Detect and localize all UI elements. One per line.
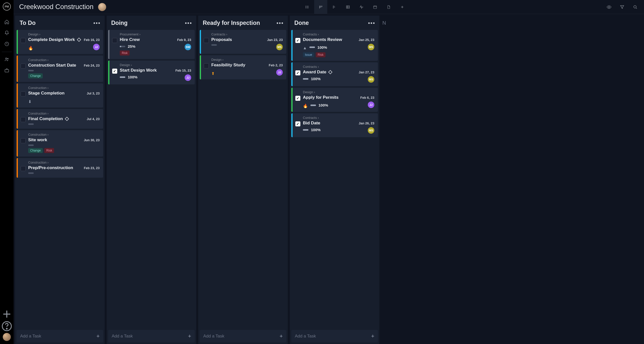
- column-menu-icon[interactable]: •••: [276, 20, 284, 26]
- task-category[interactable]: Construction: [28, 133, 83, 136]
- task-checkbox[interactable]: [21, 117, 26, 122]
- progress-bar: [28, 172, 34, 174]
- view-list-icon[interactable]: [301, 0, 314, 14]
- nav-add-icon[interactable]: [1, 309, 13, 319]
- task-category[interactable]: Design: [120, 63, 175, 67]
- task-card[interactable]: Procurement Hire Crew 25% Risk Feb 9, 23…: [108, 30, 195, 59]
- column-menu-icon[interactable]: •••: [185, 20, 192, 26]
- task-checkbox[interactable]: [21, 138, 26, 143]
- task-card[interactable]: Contracts Bid Date 100% Jan 26, 23 MS: [291, 113, 378, 137]
- task-category[interactable]: Contracts: [303, 65, 358, 69]
- task-category[interactable]: Contracts: [303, 32, 358, 36]
- view-add-icon[interactable]: [396, 0, 409, 14]
- task-category[interactable]: Construction: [28, 58, 83, 62]
- user-avatar[interactable]: [3, 333, 11, 341]
- task-date: Jun 30, 23: [84, 138, 100, 142]
- add-task-input[interactable]: Add a Task +: [108, 330, 195, 342]
- task-checkbox[interactable]: [295, 96, 300, 101]
- tag-issue[interactable]: Issue: [303, 52, 314, 57]
- task-card[interactable]: Contracts Proposals Jan 23, 23 MS: [200, 30, 286, 54]
- task-card[interactable]: Design Apply for Permits 🔥 100% Feb 6, 2…: [291, 88, 378, 112]
- search-icon[interactable]: [629, 0, 641, 14]
- view-board-icon[interactable]: [314, 0, 327, 14]
- assignee-avatar[interactable]: JJ: [185, 74, 191, 81]
- assignee-avatar[interactable]: SW: [185, 44, 191, 50]
- task-card[interactable]: Construction Prep/Pre-construction Feb 2…: [17, 158, 103, 178]
- task-card[interactable]: Contracts Award Date 100% Jan 27, 23 MS: [291, 62, 378, 86]
- assignee-avatar[interactable]: JJ: [368, 102, 374, 108]
- add-task-input[interactable]: Add a Task +: [17, 330, 103, 342]
- task-checkbox[interactable]: [295, 70, 300, 75]
- task-category[interactable]: Design: [211, 58, 266, 62]
- task-checkbox[interactable]: [295, 121, 300, 126]
- task-category[interactable]: Contracts: [211, 32, 266, 36]
- nav-bell-icon[interactable]: [1, 28, 13, 38]
- task-category[interactable]: Design: [303, 90, 358, 94]
- column-menu-icon[interactable]: •••: [368, 20, 375, 26]
- plus-icon[interactable]: +: [188, 333, 191, 339]
- assignee-avatar[interactable]: MS: [368, 127, 374, 134]
- project-title[interactable]: Creekwood Construction: [19, 3, 94, 11]
- task-checkbox[interactable]: [295, 38, 300, 43]
- add-task-input[interactable]: Add a Task +: [200, 330, 286, 342]
- tag-risk[interactable]: Risk: [120, 51, 130, 56]
- task-checkbox[interactable]: [204, 63, 209, 68]
- task-checkbox[interactable]: [21, 166, 26, 171]
- nav-people-icon[interactable]: [1, 54, 13, 65]
- task-category[interactable]: Construction: [28, 86, 83, 90]
- assignee-avatar[interactable]: JJ: [276, 69, 283, 76]
- task-checkbox[interactable]: [112, 69, 117, 74]
- view-calendar-icon[interactable]: [369, 0, 382, 14]
- task-card[interactable]: Construction Site work ChangeRisk Jun 30…: [17, 130, 103, 157]
- assignee-avatar[interactable]: MS: [368, 76, 374, 83]
- assignee-avatar[interactable]: JJ: [93, 44, 100, 50]
- view-activity-icon[interactable]: [355, 0, 368, 14]
- task-checkbox[interactable]: [21, 91, 26, 96]
- assignee-avatar[interactable]: MS: [276, 44, 283, 50]
- visibility-icon[interactable]: [603, 0, 615, 14]
- tag-risk[interactable]: Risk: [44, 148, 54, 153]
- task-card[interactable]: Contracts Documents Review ▲ 100% IssueR…: [291, 30, 378, 61]
- card-stripe: [17, 30, 18, 54]
- view-gantt-icon[interactable]: [328, 0, 341, 14]
- view-files-icon[interactable]: [382, 0, 395, 14]
- task-category[interactable]: Construction: [28, 161, 83, 164]
- add-task-label: Add a Task: [20, 334, 41, 339]
- column-cards: Design Complete Design Work 🔥 Feb 16, 23…: [15, 30, 105, 330]
- progress-row: [28, 123, 83, 125]
- nav-home-icon[interactable]: [1, 17, 13, 27]
- board-column: Ready for Inspection ••• Contracts Propo…: [198, 16, 288, 344]
- nav-briefcase-icon[interactable]: [1, 65, 13, 76]
- project-avatar[interactable]: [98, 3, 106, 11]
- task-checkbox[interactable]: [112, 38, 117, 43]
- tag-change[interactable]: Change: [28, 148, 43, 153]
- plus-icon[interactable]: +: [371, 333, 374, 339]
- task-card[interactable]: Design Complete Design Work 🔥 Feb 16, 23…: [17, 30, 103, 54]
- task-category[interactable]: Contracts: [303, 116, 358, 120]
- task-card[interactable]: Design Start Design Work 100% Feb 15, 23…: [108, 61, 195, 84]
- nav-help-icon[interactable]: [1, 321, 13, 331]
- task-category[interactable]: Design: [28, 32, 83, 36]
- task-card[interactable]: Design Feasibility Study ⬆ Feb 2, 23 JJ: [200, 55, 286, 79]
- tag-risk[interactable]: Risk: [316, 52, 326, 57]
- view-sheet-icon[interactable]: [341, 0, 354, 14]
- filter-icon[interactable]: [616, 0, 628, 14]
- plus-icon[interactable]: +: [96, 333, 100, 339]
- nav-clock-icon[interactable]: [1, 39, 13, 49]
- task-card[interactable]: Construction Construction Start Date Cha…: [17, 56, 103, 82]
- task-category[interactable]: Procurement: [120, 32, 175, 36]
- plus-icon[interactable]: +: [279, 333, 283, 339]
- task-checkbox[interactable]: [21, 64, 26, 69]
- next-column-hint: N: [381, 16, 385, 344]
- column-menu-icon[interactable]: •••: [93, 20, 101, 26]
- task-card[interactable]: Construction Final Completion Jul 4, 23: [17, 109, 103, 129]
- task-checkbox[interactable]: [204, 38, 209, 43]
- add-task-input[interactable]: Add a Task +: [291, 330, 378, 342]
- column-header: Doing •••: [107, 16, 196, 30]
- task-checkbox[interactable]: [21, 38, 26, 43]
- task-card[interactable]: Construction Stage Completion ⬇ Jul 3, 2…: [17, 83, 103, 108]
- assignee-avatar[interactable]: MS: [368, 44, 374, 50]
- task-category[interactable]: Construction: [28, 112, 83, 115]
- app-logo[interactable]: PM: [3, 3, 11, 11]
- tag-change[interactable]: Change: [28, 73, 43, 78]
